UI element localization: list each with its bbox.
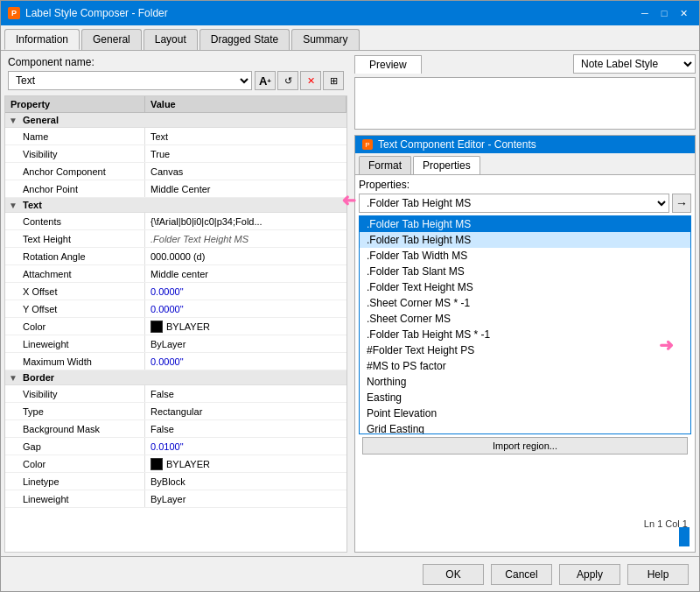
prop-name: Lineweight (5, 490, 145, 507)
app-icon: P (8, 7, 20, 19)
table-row: Name Text (5, 128, 346, 145)
list-item[interactable]: .Folder Tab Width MS (360, 248, 690, 264)
list-item[interactable]: .Folder Tab Height MS * -1 (360, 327, 690, 342)
toolbar-delete-button[interactable]: ✕ (300, 71, 321, 90)
tce-content: Properties: .Folder Tab Height MS → ➜ .F… (355, 175, 695, 552)
table-header: Property Value (5, 96, 346, 113)
color-value: BYLAYER (166, 459, 210, 469)
table-row: Visibility False (5, 385, 346, 403)
editor-row: Ln 1 Col 1 ➜ (359, 457, 691, 548)
preview-bar: Preview Note Label Style (354, 54, 696, 74)
pink-arrow-right: ➜ (659, 335, 674, 356)
list-item[interactable]: Grid Easting (360, 421, 690, 434)
preview-area (354, 77, 696, 130)
table-row: Rotation Angle 000.0000 (d) (5, 248, 346, 265)
tab-general[interactable]: General (81, 29, 142, 50)
prop-value: {\fArial|b0|i0|c0|p34;Fold... (145, 213, 346, 229)
color-value: BYLAYER (166, 321, 210, 332)
list-item[interactable]: .Folder Tab Height MS (360, 232, 690, 248)
expand-icon: ▼ (9, 116, 19, 125)
list-item[interactable]: .Sheet Corner MS * -1 (360, 295, 690, 311)
help-button[interactable]: Help (627, 564, 689, 585)
insert-arrow-button[interactable]: → (672, 194, 691, 213)
table-row: Gap 0.0100" (5, 438, 346, 455)
prop-value: Canvas (145, 163, 346, 180)
note-label-dropdown[interactable]: Note Label Style (573, 54, 696, 74)
tce-title-text: Text Component Editor - Contents (378, 138, 536, 151)
table-row: Linetype ByBlock (5, 473, 346, 490)
table-row: Attachment Middle center (5, 265, 346, 283)
toolbar-add-button[interactable]: A+ (255, 71, 276, 90)
prop-name: Lineweight (5, 335, 145, 352)
list-item[interactable]: Point Elevation (360, 405, 690, 421)
prop-name: Rotation Angle (5, 248, 145, 264)
prop-name: Background Mask (5, 420, 145, 437)
cancel-button[interactable]: Cancel (491, 564, 552, 585)
properties-list[interactable]: .Folder Tab Height MS .Folder Tab Height… (359, 215, 691, 434)
toolbar-refresh-button[interactable]: ↺ (277, 71, 298, 90)
ok-button[interactable]: OK (423, 564, 484, 585)
list-item[interactable]: .Folder Text Height MS (360, 279, 690, 295)
prop-name: Attachment (5, 265, 145, 282)
prop-name: Color (5, 318, 145, 335)
tab-layout[interactable]: Layout (144, 29, 198, 50)
tab-dragged-state[interactable]: Dragged State (200, 29, 290, 50)
section-general: ▼ General (5, 113, 346, 128)
maximize-button[interactable]: □ (655, 5, 673, 21)
prop-name: Type (5, 403, 145, 419)
tab-format[interactable]: Format (359, 156, 411, 174)
tce-app-icon: P (362, 139, 373, 150)
component-name-dropdown[interactable]: Text (8, 71, 252, 90)
prop-value: 0.0000" (145, 353, 346, 370)
list-item[interactable]: .Folder Tab Height MS (360, 216, 690, 232)
expand-icon: ▼ (9, 373, 19, 383)
preview-button[interactable]: Preview (354, 55, 422, 74)
prop-value: ByLayer (145, 490, 346, 507)
properties-label: Properties: (359, 179, 691, 191)
table-row: Text Height .Folder Text Height MS (5, 230, 346, 248)
prop-value: False (145, 385, 346, 402)
apply-button[interactable]: Apply (559, 564, 620, 585)
property-table: Property Value ▼ General Name Text Visib… (4, 95, 347, 553)
value-column-header: Value (145, 96, 346, 112)
list-item[interactable]: #Folder Text Height PS (360, 342, 690, 358)
color-swatch (150, 321, 163, 333)
table-row: Lineweight ByLayer (5, 490, 346, 508)
prop-name: Gap (5, 438, 145, 455)
text-component-editor: P Text Component Editor - Contents Forma… (354, 135, 696, 553)
prop-name: X Offset (5, 283, 145, 300)
minimize-button[interactable]: ─ (636, 5, 654, 21)
prop-value: 0.0000" (145, 283, 346, 300)
prop-name: Text Height (5, 230, 145, 247)
table-row: Type Rectangular (5, 403, 346, 420)
table-row: X Offset 0.0000" (5, 283, 346, 300)
main-window: P Label Style Composer - Folder ─ □ ✕ In… (0, 0, 700, 592)
tab-summary[interactable]: Summary (291, 29, 359, 50)
table-row: Visibility True (5, 145, 346, 163)
expand-icon: ▼ (9, 201, 19, 210)
title-controls: ─ □ ✕ (636, 5, 692, 21)
list-item[interactable]: Northing (360, 374, 690, 390)
prop-name: Visibility (5, 145, 145, 162)
left-panel: Component name: Text A+ ↺ ✕ ⊞ Prope (1, 51, 351, 556)
properties-dropdown[interactable]: .Folder Tab Height MS (359, 194, 669, 213)
tab-properties[interactable]: Properties (413, 156, 480, 174)
list-item[interactable]: .Folder Tab Slant MS (360, 264, 690, 279)
pink-arrow-left: ➜ (341, 191, 356, 212)
blue-scrollbar[interactable] (679, 527, 690, 546)
tce-tabs: Format Properties (355, 153, 695, 175)
table-row: Y Offset 0.0000" (5, 300, 346, 318)
list-item[interactable]: .Sheet Corner MS (360, 311, 690, 327)
list-item[interactable]: Easting (360, 390, 690, 405)
close-button[interactable]: ✕ (675, 5, 692, 21)
tab-information[interactable]: Information (4, 29, 80, 50)
prop-value: ByBlock (145, 473, 346, 490)
bottom-bar: OK Cancel Apply Help (1, 556, 699, 591)
main-tabs: Information General Layout Dragged State… (1, 25, 699, 50)
prop-value: 000.0000 (d) (145, 248, 346, 264)
section-text-label: Text (23, 200, 42, 210)
toolbar-grid-button[interactable]: ⊞ (323, 71, 344, 90)
title-bar: P Label Style Composer - Folder ─ □ ✕ (1, 1, 699, 25)
import-region-button[interactable]: Import region... (362, 437, 688, 455)
list-item[interactable]: #MS to PS factor (360, 358, 690, 374)
